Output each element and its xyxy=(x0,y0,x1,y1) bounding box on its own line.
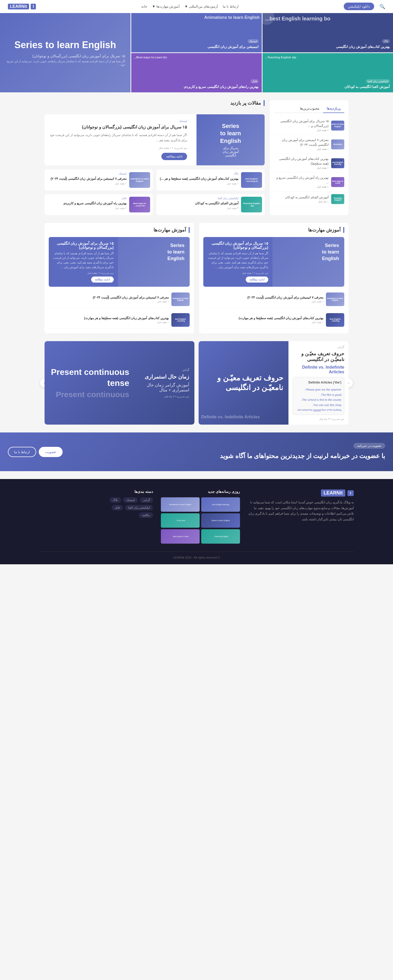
featured-article-tag: لیستیک xyxy=(47,119,187,123)
skills-read-more-button-1[interactable]: ادامه مطالعه xyxy=(246,277,268,283)
carousel-card-0[interactable]: گرامر حروف تعریف معیّـن و نامعیّـن در ان… xyxy=(199,341,348,425)
footer-recent-img-5[interactable]: Best ways to Learn... xyxy=(161,529,200,544)
hero-card-3-en: Teaching English alp... xyxy=(265,56,296,59)
sidebar-item-0[interactable]: Series to learn English ۱۵ سریال برای آم… xyxy=(274,116,344,135)
hero-card-1-en: best English learning bo... xyxy=(265,16,331,22)
article-card-2-body: اپلیکیشن زبان الفبا آموزش الفبای انگلیسی… xyxy=(159,197,238,210)
carousel-card-1[interactable]: گرامر زمان حال استمراری آموزش گرامر زمان… xyxy=(45,341,194,425)
nav-item-contact[interactable]: ارتباط با ما xyxy=(223,5,238,8)
site-logo[interactable]: I LEARNit xyxy=(8,4,36,10)
article-card-3[interactable]: Best ways to Learn En... فایل بهترین راه… xyxy=(45,194,153,215)
skills-col-2-title: آموزش مهارت‌ها xyxy=(49,227,190,233)
skills-featured-1-text: ۱۵ سریال برای آموزش زبان انگلیسی (بزرگسا… xyxy=(203,237,273,287)
hero-card-4[interactable]: فایل Best ways to Learn En... بهترین راه… xyxy=(131,53,262,92)
sidebar-item-2-thumb: best English learning xyxy=(331,158,344,168)
footer-recent-col: روزی رسانه‌های جدید best English learnin… xyxy=(161,490,240,544)
logo-text: LEARNit xyxy=(8,4,29,10)
footer-recent-img-2[interactable]: Series to learn English xyxy=(201,513,240,528)
featured-read-more-button[interactable]: ادامه مطالعه xyxy=(161,153,187,160)
article-card-1[interactable]: Animation to learn English لیستیک معرفی … xyxy=(45,170,153,191)
hero-card-3-title: آموزش الفبا انگلیسی به کودکان xyxy=(266,84,390,89)
article-card-3-thumb: Best ways to Learn En... xyxy=(129,197,150,212)
skills-list-body-2-1: بهترین کتاب‌های آموزش زبان انگلیسی (همه … xyxy=(49,316,169,324)
footer-tag-3[interactable]: اپلیکیشن زبان الفبا xyxy=(125,505,153,511)
article-card-3-title: بهترین راه آموزش زبان انگلیسی سریع و کار… xyxy=(47,201,126,206)
search-icon[interactable]: 🔍 xyxy=(379,4,385,10)
skills-list-body-1-0: معرفی ۷ انیمیشن برای آموزش زبان انگلیسی … xyxy=(203,296,323,303)
newsletter-text: عضویت در خبرنامه با عضویت در خبرنامه لرن… xyxy=(68,443,385,461)
sidebar: پربازدیدها محبوب‌ترین‌ها Series to learn… xyxy=(270,100,348,215)
article-card-1-title: معرفی ۷ انیمیشن برای آموزش زبان انگلیسی … xyxy=(47,177,126,181)
article-card-2-thumb: Teaching English alp... xyxy=(241,197,262,212)
footer-logo: I LEARNit xyxy=(248,490,354,496)
sidebar-item-1[interactable]: Animation معرفی ۷ انیمیشن برای آموزش زبا… xyxy=(274,135,344,154)
hero-card-3-label: اپلیکیشن زبان الفبا xyxy=(366,79,390,83)
carousel-card-1-right: Present continuous tense Present continu… xyxy=(45,341,134,425)
skills-list-item-1-1[interactable]: best English learning... بهترین کتاب‌های… xyxy=(203,311,344,329)
footer-tag-1[interactable]: لیستیک xyxy=(123,497,138,503)
sidebar-item-2[interactable]: best English learning بهترین کتاب‌های آم… xyxy=(274,154,344,173)
article-card-0-body: بلاگ بهترین کتاب‌های آموزش زبان انگلیسی … xyxy=(159,172,238,185)
article-card-0[interactable]: best English learning bu... بلاگ بهترین … xyxy=(157,170,265,191)
article-card-3-tag: فایل xyxy=(47,197,126,200)
footer-logo-icon: I xyxy=(347,490,354,496)
navbar: 🔍 دانلود اپلیکیشن ارتباط با ما آزمون‌های… xyxy=(0,0,393,13)
footer-tag-2[interactable]: بلاگ xyxy=(110,497,121,503)
skills-list-item-1-0[interactable]: Animation to learn English معرفی ۷ انیمی… xyxy=(203,290,344,309)
carousel-card-0-left: گرامر حروف تعریف معیّـن و نامعیّـن در ان… xyxy=(288,341,348,425)
skills-list-2: Animation to learn English معرفی ۷ انیمی… xyxy=(49,290,190,329)
footer-nav-col xyxy=(39,490,92,544)
skills-list-item-2-0[interactable]: Animation to learn English معرفی ۷ انیمی… xyxy=(49,290,190,309)
footer-recent-img-0[interactable]: best English learning xyxy=(201,497,240,512)
sidebar-item-1-text: معرفی ۷ انیمیشن برای آموزش زبان انگلیسی … xyxy=(274,138,329,151)
skills-col-1-title: آموزش مهارت‌ها xyxy=(203,227,344,233)
skills-col-1: آموزش مهارت‌ها Seriesto learnEnglish ۱۵ … xyxy=(199,223,348,333)
hero-card-2[interactable]: لیستیک Animations to learn English انیمی… xyxy=(131,13,262,52)
hero-card-3[interactable]: اپلیکیشن زبان الفبا Teaching English alp… xyxy=(262,53,393,92)
footer-recent-img-1[interactable]: Animations to learn English xyxy=(161,497,200,512)
hero-card-1-title: بهترین کتاب‌های آموزش زبان انگلیسی xyxy=(266,45,390,49)
skills-list-item-2-1[interactable]: best English learning... بهترین کتاب‌های… xyxy=(49,311,190,329)
footer-recent-img-4[interactable]: Teaching English... xyxy=(201,529,240,544)
article-card-1-tag: لیستیک xyxy=(47,172,126,175)
article-card-2[interactable]: Teaching English alp... اپلیکیشن زبان ال… xyxy=(157,194,265,215)
hero-card-4-title: بهترین راه‌های آموزش زبان انگلیسی سریع و… xyxy=(134,84,259,89)
footer-recent-img-3[interactable]: To be verb... xyxy=(161,513,200,528)
newsletter-subscribe-button[interactable]: عضویت xyxy=(39,447,62,457)
skills-list-thumb-2-1: best English learning... xyxy=(171,313,190,327)
footer-tag-0[interactable]: گرامر xyxy=(140,497,153,503)
footer: I LEARNit به وبلاگ یادگیری زبان انگلیسی … xyxy=(0,479,393,564)
newsletter-badge: عضویت در خبرنامه xyxy=(353,443,385,449)
sidebar-item-4-thumb: Teaching English xyxy=(331,194,344,204)
sidebar-item-3-thumb: Best ways to Learn xyxy=(331,177,344,187)
carousel-card-0-en: Definite vs. Indefinite Articles xyxy=(201,415,260,419)
sidebar-item-4-text: آموزش الفبای انگلیسی به کودکان ۱ ماه قبل xyxy=(285,195,329,204)
featured-article-title: ۱۵ سریال برای آموزش زبان انگلیسی (بزرگسا… xyxy=(47,124,187,130)
article-card-1-body: لیستیک معرفی ۷ انیمیشن برای آموزش زبان ا… xyxy=(47,172,126,185)
sidebar-tab-most-loved[interactable]: محبوب‌ترین‌ها xyxy=(296,104,323,113)
nav-item-skills[interactable]: آموزش مهارت‌ها ▼ xyxy=(152,5,180,8)
featured-article-meta: تیم تحریریه • ۱ هفته قبل xyxy=(47,146,187,150)
nav-item-home[interactable]: خانه xyxy=(141,5,147,8)
nav-item-exams[interactable]: آزمون‌های بین‌المللی ▼ xyxy=(184,5,218,8)
sidebar-item-4[interactable]: Teaching English آموزش الفبای انگلیسی به… xyxy=(274,191,344,207)
featured-article[interactable]: Seriesto learnEnglish سریال برایآموزش زب… xyxy=(45,115,265,165)
hero-card-1[interactable]: بلاگ best English learning bo... بهترین … xyxy=(262,13,393,52)
sidebar-item-0-text: ۱۵ سریال برای آموزش زبان انگلیسی (بزرگسا… xyxy=(274,119,329,132)
article-card-1-meta: ۱ هفته قبل xyxy=(47,182,126,185)
article-card-3-meta: ۲ هفته قبل xyxy=(47,207,126,210)
skills-read-more-button-2[interactable]: ادامه مطالعه xyxy=(91,277,114,283)
newsletter-contact-button[interactable]: ارتباط با ما xyxy=(8,447,36,457)
featured-article-body: لیستیک ۱۵ سریال برای آموزش زبان انگلیسی … xyxy=(45,115,192,165)
skills-featured-2[interactable]: Seriesto learnEnglish ۱۵ سریال برای آموز… xyxy=(49,237,190,287)
hero-main-card[interactable]: Series to learn English ۱۵ سریال برای آم… xyxy=(0,13,131,92)
skills-featured-1[interactable]: Seriesto learnEnglish ۱۵ سریال برای آموز… xyxy=(203,237,344,287)
footer-tag-4[interactable]: فایل xyxy=(112,505,123,511)
skills-list-thumb-2-0: Animation to learn English xyxy=(171,293,190,306)
sidebar-item-3[interactable]: Best ways to Learn بهترین راه آموزش زبان… xyxy=(274,173,344,191)
logo-icon: I xyxy=(30,4,36,10)
footer-tag-5[interactable]: مکالمه xyxy=(139,512,153,518)
carousel-card-1-left: گرامر زمان حال استمراری آموزش گرامر زمان… xyxy=(134,341,194,425)
download-app-button[interactable]: دانلود اپلیکیشن xyxy=(344,3,374,10)
sidebar-tab-popular[interactable]: پربازدیدها xyxy=(323,104,344,113)
